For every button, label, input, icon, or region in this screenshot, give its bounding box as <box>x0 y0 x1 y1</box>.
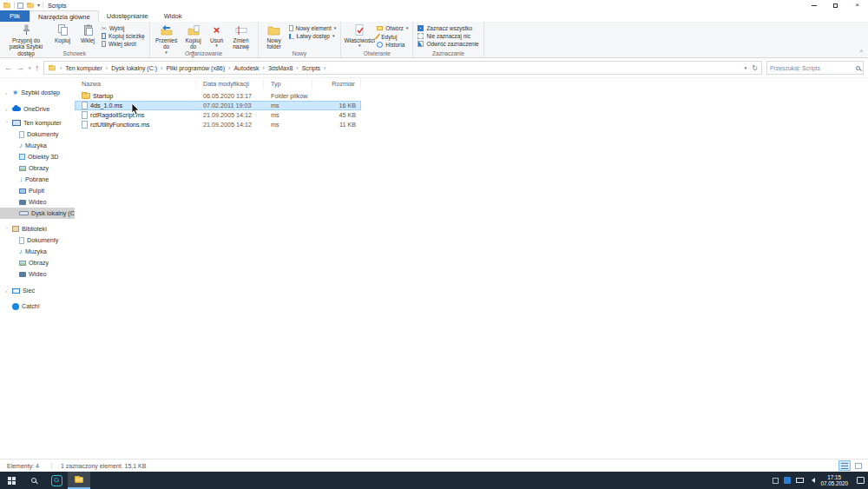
copy-path-button[interactable]: Kopiuj ścieżkę <box>102 33 145 39</box>
explorer-app-icon <box>3 3 10 8</box>
search-input[interactable] <box>770 65 856 71</box>
thumbnails-view-button[interactable] <box>852 460 865 471</box>
expander-icon[interactable]: › <box>5 288 10 294</box>
sidebar-item-local-disk-c[interactable]: Dysk lokalny (C:) <box>0 208 75 219</box>
easy-access-button[interactable]: Łatwy dostęp▾ <box>289 33 337 39</box>
sidebar-item-pictures[interactable]: Obrazy <box>0 162 75 174</box>
properties-caret-icon: ▾ <box>358 43 361 48</box>
move-to-icon <box>161 23 173 36</box>
expander-icon[interactable]: › <box>5 107 10 112</box>
sidebar-item-quick-access[interactable]: ›★Szybki dostęp <box>0 87 75 98</box>
breadcrumb-item[interactable]: Ten komputer <box>65 65 102 71</box>
paste-button[interactable]: Wklej <box>77 23 98 43</box>
action-center-icon[interactable] <box>857 477 865 484</box>
close-button[interactable]: × <box>846 0 868 10</box>
minimize-button[interactable] <box>803 0 825 10</box>
sidebar-item-lib-pictures[interactable]: Obrazy <box>0 257 75 268</box>
status-bar: Elementy: 4 1 zaznaczony element. 15,1 K… <box>0 459 868 472</box>
file-row-selected[interactable]: 4ds_1.0.ms 07.02.2011 19:03 ms 16 KB <box>75 101 361 110</box>
tab-share[interactable]: Udostępnianie <box>99 10 156 22</box>
cube-icon <box>19 154 25 160</box>
quick-access-star-icon: ★ <box>12 89 18 96</box>
tray-blue-app-icon[interactable] <box>784 477 791 484</box>
expander-icon[interactable]: › <box>5 90 10 96</box>
file-row[interactable]: rctRagdollScript.ms 21.09.2005 14:12 ms … <box>75 110 361 120</box>
breadcrumb-item[interactable]: Pliki programów (x86) <box>166 65 225 71</box>
column-header-type[interactable]: Typ <box>264 79 312 89</box>
taskbar-explorer-button[interactable] <box>68 472 90 489</box>
sidebar-item-desktop[interactable]: Pulpit <box>0 185 75 196</box>
sidebar-item-this-pc[interactable]: ›Ten komputer <box>0 117 75 129</box>
taskbar-app-g-button[interactable]: G <box>45 472 68 489</box>
breadcrumb-item[interactable]: Dysk lokalny (C:) <box>111 65 157 71</box>
sidebar-item-music[interactable]: ♪Muzyka <box>0 140 75 151</box>
sidebar-item-3d-objects[interactable]: Obiekty 3D <box>0 151 75 162</box>
volume-icon[interactable] <box>809 478 815 483</box>
expander-icon[interactable]: › <box>5 121 10 125</box>
scissors-icon: ✂ <box>102 25 107 31</box>
tab-file[interactable]: Plik <box>0 10 30 22</box>
collapse-ribbon-icon[interactable]: ^ <box>860 49 863 55</box>
sidebar-item-onedrive[interactable]: ›OneDrive <box>0 103 75 115</box>
g-app-icon: G <box>51 475 62 486</box>
copy-button[interactable]: Kopiuj <box>51 23 74 43</box>
sidebar-item-documents[interactable]: Dokumenty <box>0 129 75 140</box>
sidebar-item-lib-videos[interactable]: Wideo <box>0 268 75 280</box>
taskbar-clock[interactable]: 17:15 07.05.2020 <box>820 474 848 487</box>
sidebar-item-network[interactable]: ›Sieć <box>0 285 75 296</box>
select-none-button[interactable]: Nie zaznaczaj nic <box>418 33 478 39</box>
edit-button[interactable]: Edytuj <box>377 33 408 40</box>
forward-icon[interactable]: → <box>16 64 24 72</box>
tab-view[interactable]: Widok <box>156 10 190 22</box>
refresh-icon[interactable]: ↻ <box>752 64 758 72</box>
column-header-name[interactable]: Nazwa <box>75 79 196 89</box>
expander-icon[interactable]: › <box>5 227 10 231</box>
breadcrumb-item[interactable]: 3dsMax8 <box>268 65 293 71</box>
address-history-caret-icon[interactable]: ▾ <box>745 66 747 70</box>
drive-icon <box>19 211 29 215</box>
sidebar-item-lib-music[interactable]: ♪Muzyka <box>0 246 75 257</box>
new-folder-icon <box>267 23 280 36</box>
tab-home[interactable]: Narzędzia główne <box>30 10 99 22</box>
sidebar-item-lib-documents[interactable]: Dokumenty <box>0 235 75 246</box>
sidebar-item-downloads[interactable]: ↓Pobrane <box>0 174 75 185</box>
search-box[interactable] <box>766 61 864 75</box>
search-icon[interactable] <box>856 66 860 70</box>
breadcrumb-item[interactable]: Autodesk <box>233 65 259 71</box>
cut-button[interactable]: ✂Wytnij <box>102 25 145 31</box>
sidebar-item-videos[interactable]: Wideo <box>0 196 75 208</box>
column-header-date[interactable]: Data modyfikacji <box>196 79 264 89</box>
paste-shortcut-button[interactable]: Wklej skrót <box>102 41 145 47</box>
tray-hidden-icons[interactable] <box>773 478 779 484</box>
qat-new-folder-icon[interactable] <box>27 3 34 7</box>
qat-customize-caret-icon[interactable]: ▾ <box>37 3 40 8</box>
file-row-startup[interactable]: Startup 06.05.2020 13:17 Folder plików <box>75 91 361 101</box>
rename-button[interactable]: Zmień nazwę <box>229 23 253 50</box>
network-tray-icon[interactable] <box>796 478 804 483</box>
open-button[interactable]: Otwórz▾ <box>377 25 408 31</box>
delete-icon: × <box>214 23 220 36</box>
select-all-button[interactable]: Zaznacz wszystko <box>418 25 478 31</box>
taskbar-search-button[interactable] <box>23 472 45 489</box>
maximize-button[interactable] <box>825 0 846 10</box>
up-icon[interactable]: ↑ <box>36 64 40 72</box>
new-item-button[interactable]: Nowy element▾ <box>289 25 337 31</box>
breadcrumb-item[interactable]: Scripts <box>302 65 320 71</box>
delete-button[interactable]: × Usuń▾ <box>208 23 226 48</box>
back-icon[interactable]: ← <box>4 64 12 72</box>
column-header-size[interactable]: Rozmiar <box>312 79 361 89</box>
file-row[interactable]: rctUtilityFunctions.ms 21.09.2005 14:12 … <box>75 120 361 129</box>
navigation-pane: ›★Szybki dostęp ›OneDrive ›Ten komputer … <box>0 78 75 459</box>
new-folder-button[interactable]: Nowy folder <box>263 23 286 50</box>
properties-button[interactable]: Właściwości▾ <box>345 23 373 48</box>
sidebar-item-libraries[interactable]: ›Biblioteki <box>0 223 75 235</box>
invert-selection-button[interactable]: Odwróć zaznaczenie <box>418 41 478 47</box>
sidebar-item-catch[interactable]: Catch! <box>0 301 75 312</box>
details-view-button[interactable] <box>838 460 851 471</box>
qat-properties-icon[interactable] <box>17 3 23 9</box>
recent-locations-caret-icon[interactable]: ▾ <box>29 66 31 70</box>
open-caret-icon: ▾ <box>406 26 409 30</box>
start-button[interactable] <box>0 472 23 489</box>
address-bar[interactable]: › Ten komputer › Dysk lokalny (C:) › Pli… <box>43 61 762 75</box>
history-button[interactable]: Historia <box>377 42 408 48</box>
